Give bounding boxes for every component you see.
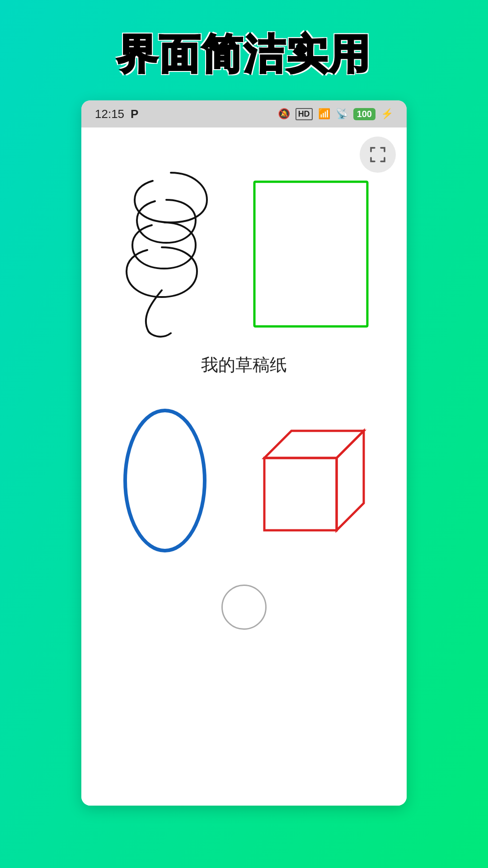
svg-point-1 [125, 410, 205, 551]
title-area: 界面简洁实用 [117, 27, 371, 82]
wifi-icon: 📡 [336, 108, 348, 120]
flash-icon: ⚡ [381, 108, 393, 120]
expand-icon [368, 145, 387, 164]
svg-rect-0 [254, 182, 367, 326]
blue-oval-drawing [120, 404, 210, 557]
page-title: 界面简洁实用 [117, 32, 371, 77]
home-indicator[interactable] [221, 585, 267, 630]
svg-rect-2 [264, 458, 337, 530]
expand-button[interactable] [360, 137, 396, 173]
drawing-caption: 我的草稿纸 [201, 354, 287, 377]
phone-frame: 12:15 P 🔕 HD 📶 📡 100 ⚡ [81, 100, 407, 806]
drawings-top [81, 127, 407, 344]
status-bar: 12:15 P 🔕 HD 📶 📡 100 ⚡ [81, 100, 407, 127]
hd-icon: HD [296, 108, 313, 120]
svg-marker-4 [337, 431, 364, 530]
canvas-area: 我的草稿纸 [81, 127, 407, 806]
red-cube-drawing [251, 417, 368, 544]
spiral-drawing [117, 164, 216, 344]
bell-mute-icon: 🔕 [278, 108, 290, 120]
green-rectangle-drawing [250, 177, 372, 331]
drawings-bottom [81, 377, 407, 557]
status-left: 12:15 P [95, 107, 138, 121]
status-time: 12:15 [95, 107, 124, 121]
p-icon: P [131, 107, 138, 121]
signal-icon: 📶 [318, 108, 330, 120]
battery-badge: 100 [353, 108, 375, 120]
status-right: 🔕 HD 📶 📡 100 ⚡ [278, 108, 393, 120]
